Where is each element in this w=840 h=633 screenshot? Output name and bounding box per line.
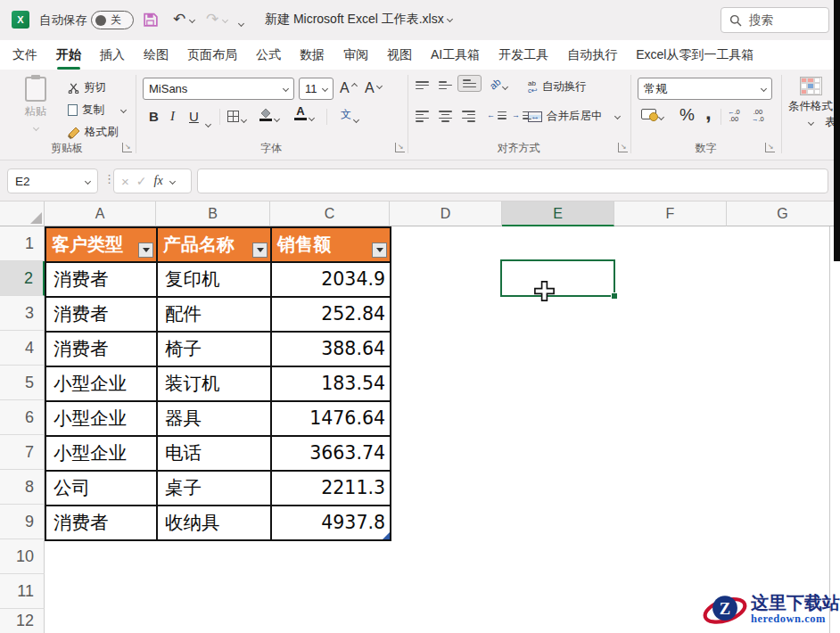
tab-draw[interactable]: 绘图 xyxy=(144,40,169,70)
paste-button[interactable]: 粘贴 xyxy=(15,77,56,136)
align-center-button[interactable] xyxy=(439,111,452,122)
cell-b2[interactable]: 复印机 xyxy=(158,263,272,298)
cell-c4[interactable]: 388.64 xyxy=(272,333,391,367)
customize-toolbar-icon[interactable] xyxy=(239,15,243,31)
tab-review[interactable]: 审阅 xyxy=(343,40,368,70)
decrease-indent-button[interactable]: ← xyxy=(487,111,506,119)
column-header-a[interactable]: A xyxy=(45,201,156,226)
cell-c5[interactable]: 183.54 xyxy=(272,367,391,402)
undo-button[interactable]: ↶ xyxy=(173,11,194,29)
percent-style-button[interactable]: % xyxy=(679,105,695,125)
alignment-dialog-launcher-icon[interactable]: ↘ xyxy=(618,143,628,152)
tab-home[interactable]: 开始 xyxy=(56,40,81,70)
number-format-combo[interactable]: 常规 xyxy=(638,78,772,100)
cell-c8[interactable]: 2211.3 xyxy=(272,472,391,506)
bold-button[interactable]: B xyxy=(149,109,159,124)
select-all-corner[interactable] xyxy=(0,201,45,226)
tab-page-layout[interactable]: 页面布局 xyxy=(187,40,237,70)
cell-c2[interactable]: 2034.9 xyxy=(272,263,391,298)
increase-decimal-button[interactable]: ←.0 .00 xyxy=(728,109,740,122)
align-right-button[interactable] xyxy=(462,111,475,122)
font-dialog-launcher-icon[interactable]: ↘ xyxy=(395,143,405,152)
align-left-button[interactable] xyxy=(416,111,429,122)
row-header-1[interactable]: 1 xyxy=(0,226,45,261)
tab-ai-toolbox[interactable]: AI工具箱 xyxy=(431,40,480,70)
column-header-d[interactable]: D xyxy=(390,201,502,226)
row-header-8[interactable]: 8 xyxy=(0,470,45,505)
column-header-f[interactable]: F xyxy=(614,201,727,226)
italic-button[interactable]: I xyxy=(170,109,175,124)
cell-b5[interactable]: 装订机 xyxy=(158,367,272,402)
tab-automate[interactable]: 自动执行 xyxy=(567,40,617,70)
tab-view[interactable]: 视图 xyxy=(387,40,412,70)
table-header-cell[interactable]: 产品名称 xyxy=(158,228,272,263)
fill-color-button[interactable] xyxy=(259,107,279,121)
decrease-decimal-button[interactable]: .00 →.0 xyxy=(752,109,764,122)
merge-center-button[interactable]: ↔ 合并后居中 xyxy=(528,109,620,124)
row-header-4[interactable]: 4 xyxy=(0,331,45,366)
cell-c3[interactable]: 252.84 xyxy=(272,298,391,333)
cell-b3[interactable]: 配件 xyxy=(158,298,272,333)
formula-input[interactable] xyxy=(197,169,828,193)
tab-formulas[interactable]: 公式 xyxy=(256,40,281,70)
align-top-button[interactable] xyxy=(416,81,429,89)
tab-file[interactable]: 文件 xyxy=(12,40,37,70)
cell-b7[interactable]: 电话 xyxy=(158,437,272,472)
fx-dropdown-icon[interactable] xyxy=(169,177,176,184)
row-header-12[interactable]: 12 xyxy=(0,609,45,633)
search-input[interactable]: 搜索 xyxy=(721,7,829,33)
accounting-format-button[interactable] xyxy=(641,109,663,119)
cell-c9[interactable]: 4937.8 xyxy=(272,506,391,541)
cell-a8[interactable]: 公司 xyxy=(46,472,158,506)
underline-button[interactable]: U xyxy=(189,109,199,124)
cell-a6[interactable]: 小型企业 xyxy=(46,402,158,437)
row-header-9[interactable]: 9 xyxy=(0,505,45,539)
tab-data[interactable]: 数据 xyxy=(300,40,325,70)
comma-style-button[interactable]: , xyxy=(705,100,712,125)
font-size-combo[interactable]: 11 xyxy=(299,78,334,100)
font-color-button[interactable]: A xyxy=(294,105,314,120)
cell-a2[interactable]: 消费者 xyxy=(46,263,158,298)
tab-developer[interactable]: 开发工具 xyxy=(498,40,548,70)
name-box[interactable]: E2 xyxy=(7,169,98,193)
borders-button[interactable] xyxy=(227,111,246,122)
cancel-icon[interactable]: × xyxy=(121,174,129,189)
cell-a5[interactable]: 小型企业 xyxy=(46,367,158,402)
cell-c7[interactable]: 3663.74 xyxy=(272,437,391,472)
copy-button[interactable]: 复制 xyxy=(68,103,126,118)
phonetic-button[interactable]: 文 xyxy=(341,107,358,122)
cell-b8[interactable]: 桌子 xyxy=(158,472,272,506)
insert-function-icon[interactable]: fx xyxy=(154,174,163,188)
shrink-font-button[interactable]: A xyxy=(365,80,382,96)
cell-a9[interactable]: 消费者 xyxy=(46,506,158,541)
row-header-3[interactable]: 3 xyxy=(0,296,45,331)
align-middle-button[interactable] xyxy=(439,81,452,89)
wrap-text-button[interactable]: abc↩ 自动换行 xyxy=(528,79,587,95)
column-header-e[interactable]: E xyxy=(502,201,614,226)
orientation-button[interactable]: ab xyxy=(490,78,507,89)
cell-a4[interactable]: 消费者 xyxy=(46,333,158,367)
clipboard-dialog-launcher-icon[interactable]: ↘ xyxy=(122,143,132,152)
row-header-7[interactable]: 7 xyxy=(0,435,45,470)
row-header-5[interactable]: 5 xyxy=(0,366,45,400)
row-header-11[interactable]: 11 xyxy=(0,574,45,609)
cell-a7[interactable]: 小型企业 xyxy=(46,437,158,472)
redo-button[interactable]: ↷ xyxy=(206,11,227,29)
table-resize-handle[interactable] xyxy=(383,532,390,539)
filter-dropdown-icon[interactable] xyxy=(138,243,153,258)
fill-handle[interactable] xyxy=(611,292,618,300)
row-header-2[interactable]: 2 xyxy=(0,261,45,296)
cell-a3[interactable]: 消费者 xyxy=(46,298,158,333)
autosave-toggle[interactable]: 关 xyxy=(91,11,134,29)
cell-b6[interactable]: 器具 xyxy=(158,402,272,437)
save-icon[interactable] xyxy=(143,12,159,31)
column-header-b[interactable]: B xyxy=(156,201,270,226)
tab-insert[interactable]: 插入 xyxy=(100,40,125,70)
underline-dropdown[interactable] xyxy=(206,116,210,132)
table-header-cell[interactable]: 销售额 xyxy=(272,228,391,263)
font-name-combo[interactable]: MiSans xyxy=(143,78,294,100)
filter-dropdown-icon[interactable] xyxy=(252,243,268,258)
align-bottom-button[interactable] xyxy=(457,75,482,92)
filter-dropdown-icon[interactable] xyxy=(372,243,387,258)
format-painter-button[interactable]: 格式刷 xyxy=(68,125,119,140)
